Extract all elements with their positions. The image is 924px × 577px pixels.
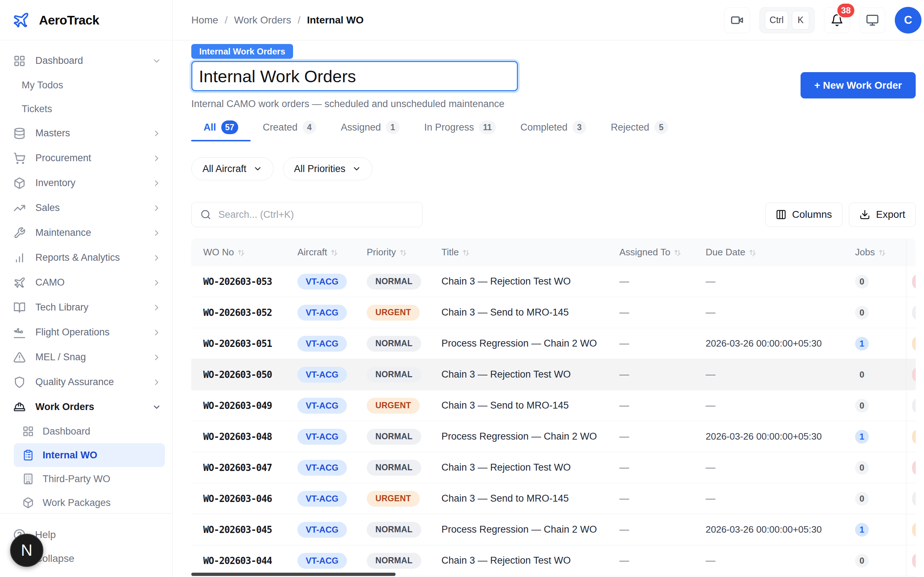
filter-all-aircraft[interactable]: All Aircraft bbox=[191, 157, 274, 180]
table-row[interactable]: WO-202603-052VT-ACGURGENTChain 3 — Send … bbox=[191, 297, 916, 328]
page-type-badge: Internal Work Orders bbox=[191, 44, 293, 59]
new-work-order-button[interactable]: + New Work Order bbox=[801, 72, 916, 98]
sidebar-item-mel-snag[interactable]: MEL / Snag bbox=[0, 345, 172, 370]
due-date-value: — bbox=[706, 307, 716, 318]
cart-icon bbox=[13, 152, 26, 164]
column-header-wo-no[interactable]: WO No bbox=[191, 247, 292, 258]
table-row[interactable]: WO-202603-045VT-ACGNORMALProcess Regress… bbox=[191, 514, 916, 545]
export-button[interactable]: Export bbox=[849, 203, 916, 227]
grid-icon bbox=[23, 425, 34, 437]
nextjs-dev-badge[interactable]: N bbox=[10, 534, 43, 567]
sidebar-subitem-my-todos[interactable]: My Todos bbox=[0, 73, 172, 97]
sidebar-item-procurement[interactable]: Procurement bbox=[0, 146, 172, 171]
assigned-to-value: — bbox=[619, 338, 629, 349]
display-button[interactable] bbox=[859, 7, 885, 33]
breadcrumb: Home / Work Orders / Internal WO bbox=[191, 15, 364, 26]
table-row[interactable]: WO-202603-049VT-ACGURGENTChain 3 — Send … bbox=[191, 390, 916, 421]
column-header-aircraft[interactable]: Aircraft bbox=[292, 247, 361, 258]
columns-button[interactable]: Columns bbox=[765, 203, 842, 227]
status-badge-sliver bbox=[912, 553, 916, 568]
column-header-assigned-to[interactable]: Assigned To bbox=[610, 247, 696, 258]
table-row[interactable]: WO-202603-050VT-ACGNORMALChain 3 — Rejec… bbox=[191, 359, 916, 390]
keyboard-shortcut[interactable]: Ctrl K bbox=[759, 7, 815, 33]
tab-label: Completed bbox=[520, 122, 568, 133]
sidebar-item-inventory[interactable]: Inventory bbox=[0, 171, 172, 195]
grid-icon bbox=[13, 55, 26, 67]
due-date-value: 2026-03-26 00:00:00+05:30 bbox=[706, 524, 822, 535]
tab-created[interactable]: Created4 bbox=[250, 121, 328, 141]
table-row[interactable]: WO-202603-044VT-ACGNORMALChain 3 — Rejec… bbox=[191, 545, 916, 576]
notification-badge: 38 bbox=[836, 3, 855, 18]
table-row[interactable]: WO-202603-046VT-ACGURGENTChain 3 — Send … bbox=[191, 483, 916, 514]
tab-in-progress[interactable]: In Progress11 bbox=[412, 121, 508, 141]
jobs-count-badge: 1 bbox=[855, 337, 869, 351]
column-header-jobs[interactable]: Jobs bbox=[848, 247, 906, 258]
filter-all-priorities[interactable]: All Priorities bbox=[283, 157, 373, 180]
avatar[interactable]: C bbox=[895, 7, 921, 34]
breadcrumb-home[interactable]: Home bbox=[191, 15, 218, 26]
breadcrumb-current: Internal WO bbox=[307, 15, 363, 26]
priority-badge: NORMAL bbox=[367, 429, 421, 445]
status-badge-sliver bbox=[912, 336, 916, 351]
breadcrumb-work-orders[interactable]: Work Orders bbox=[234, 15, 291, 26]
search-input[interactable] bbox=[218, 209, 414, 220]
table-row[interactable]: WO-202603-053VT-ACGNORMALChain 3 — Rejec… bbox=[191, 266, 916, 297]
sidebar-subitem-internal-wo[interactable]: Internal WO bbox=[14, 443, 165, 467]
table-row[interactable]: WO-202603-051VT-ACGNORMALProcess Regress… bbox=[191, 328, 916, 359]
app-title: AeroTrack bbox=[39, 13, 99, 27]
page-title-input[interactable] bbox=[191, 61, 518, 91]
tab-completed[interactable]: Completed3 bbox=[508, 121, 599, 141]
sidebar-subitem-tickets[interactable]: Tickets bbox=[0, 97, 172, 121]
aircraft-badge: VT-ACG bbox=[297, 491, 347, 507]
sidebar-item-label: MEL / Snag bbox=[36, 351, 142, 363]
priority-badge: NORMAL bbox=[367, 522, 421, 538]
video-button[interactable] bbox=[724, 7, 750, 33]
table-header-row: WO NoAircraftPriorityTitleAssigned ToDue… bbox=[191, 239, 916, 266]
table-body: WO-202603-053VT-ACGNORMALChain 3 — Rejec… bbox=[191, 266, 916, 576]
sidebar-item-reports-analytics[interactable]: Reports & Analytics bbox=[0, 245, 172, 270]
table-row[interactable]: WO-202603-047VT-ACGNORMALChain 3 — Rejec… bbox=[191, 452, 916, 483]
hard-hat-icon bbox=[13, 401, 26, 413]
sidebar-item-dashboard[interactable]: Dashboard bbox=[0, 48, 172, 73]
search-box[interactable] bbox=[191, 202, 423, 227]
sidebar-item-camo[interactable]: CAMO bbox=[0, 270, 172, 295]
sidebar-item-sales[interactable]: Sales bbox=[0, 195, 172, 220]
tab-assigned[interactable]: Assigned1 bbox=[328, 121, 412, 141]
tab-all[interactable]: All57 bbox=[191, 121, 250, 141]
status-column-clipped bbox=[906, 452, 916, 483]
sidebar-subitem-label: Third-Party WO bbox=[43, 474, 110, 485]
wo-number: WO-202603-046 bbox=[203, 493, 272, 504]
sidebar-item-tech-library[interactable]: Tech Library bbox=[0, 295, 172, 320]
horizontal-scrollbar-thumb[interactable] bbox=[191, 573, 396, 576]
priority-badge: NORMAL bbox=[367, 336, 421, 351]
sort-icon bbox=[878, 248, 887, 257]
sidebar-subitem-third-party-wo[interactable]: Third-Party WO bbox=[0, 467, 172, 491]
download-icon bbox=[859, 209, 870, 220]
column-header-priority[interactable]: Priority bbox=[361, 247, 433, 258]
app-logo[interactable]: AeroTrack bbox=[0, 0, 172, 40]
column-overflow bbox=[906, 239, 916, 266]
ctrl-keycap: Ctrl bbox=[765, 11, 788, 29]
sidebar-item-label: Sales bbox=[36, 202, 142, 213]
table-row[interactable]: WO-202603-048VT-ACGNORMALProcess Regress… bbox=[191, 421, 916, 452]
filter-label: All Aircraft bbox=[202, 163, 247, 174]
column-header-title[interactable]: Title bbox=[433, 247, 610, 258]
tab-rejected[interactable]: Rejected5 bbox=[598, 121, 680, 141]
alert-triangle-icon bbox=[13, 351, 26, 364]
column-header-due-date[interactable]: Due Date bbox=[696, 247, 848, 258]
jobs-count-badge: 1 bbox=[855, 523, 869, 537]
sidebar-item-flight-operations[interactable]: Flight Operations bbox=[0, 320, 172, 345]
notifications-button[interactable]: 38 bbox=[824, 7, 850, 33]
priority-badge: NORMAL bbox=[367, 367, 421, 383]
aircraft-badge: VT-ACG bbox=[297, 522, 347, 538]
tab-label: Created bbox=[263, 122, 297, 133]
sidebar-item-quality-assurance[interactable]: Quality Assurance bbox=[0, 370, 172, 395]
sidebar-item-maintenance[interactable]: Maintenance bbox=[0, 220, 172, 245]
sidebar-item-work-orders[interactable]: Work Orders bbox=[0, 395, 172, 419]
priority-badge: URGENT bbox=[367, 305, 420, 321]
wo-title: Process Regression — Chain 2 WO bbox=[441, 338, 597, 349]
sidebar-subitem-work-packages[interactable]: Work Packages bbox=[0, 491, 172, 513]
sidebar-subitem-dashboard[interactable]: Dashboard bbox=[0, 419, 172, 443]
sidebar-item-masters[interactable]: Masters bbox=[0, 121, 172, 146]
wo-number: WO-202603-048 bbox=[203, 431, 272, 442]
